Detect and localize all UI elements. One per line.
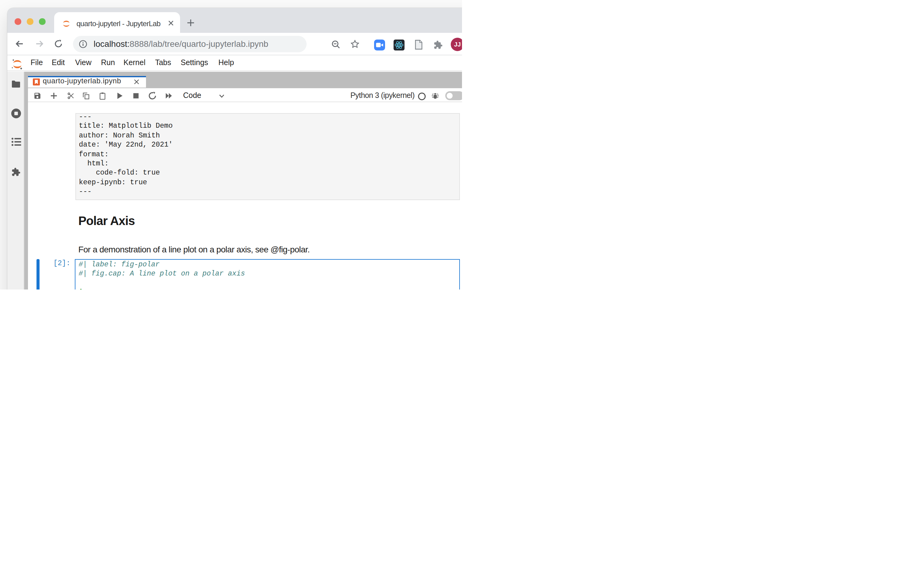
svg-text:JJ: JJ [454,41,461,48]
